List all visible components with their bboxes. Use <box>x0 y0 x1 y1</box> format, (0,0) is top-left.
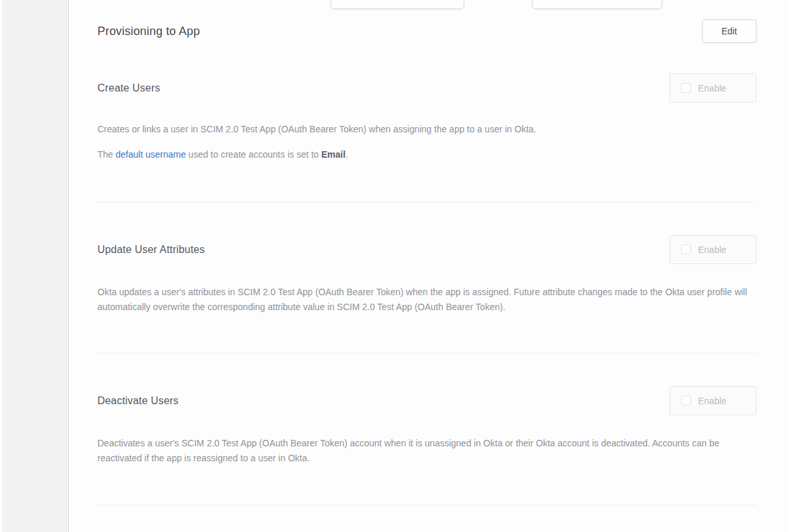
create-users-title: Create Users <box>97 82 160 94</box>
username-value: Email <box>321 149 345 160</box>
checkbox-icon[interactable] <box>681 83 691 93</box>
section-create-users: Create Users Enable <box>97 73 756 103</box>
deactivate-users-title: Deactivate Users <box>97 395 179 407</box>
enable-label: Enable <box>698 396 727 406</box>
truncated-input-left[interactable] <box>331 0 464 9</box>
section-update-user-attributes: Update User Attributes Enable <box>97 235 756 264</box>
deactivate-users-description: Deactivates a user's SCIM 2.0 Test App (… <box>97 436 748 466</box>
enable-label: Enable <box>698 83 727 93</box>
enable-label: Enable <box>698 245 727 255</box>
deactivate-users-enable-toggle[interactable]: Enable <box>669 386 756 415</box>
note-suffix: . <box>345 149 348 160</box>
page-title: Provisioning to App <box>97 25 200 38</box>
create-users-description: Creates or links a user in SCIM 2.0 Test… <box>97 122 748 137</box>
note-middle: used to create accounts is set to <box>186 149 321 160</box>
provisioning-header: Provisioning to App Edit <box>97 19 756 43</box>
checkbox-icon[interactable] <box>681 396 691 405</box>
update-user-attributes-enable-toggle[interactable]: Enable <box>669 235 756 264</box>
default-username-note: The default username used to create acco… <box>97 147 756 162</box>
section-divider <box>97 353 756 354</box>
provisioning-settings-panel: Provisioning to App Edit Create Users En… <box>69 0 787 532</box>
create-users-enable-toggle[interactable]: Enable <box>669 73 756 103</box>
truncated-input-right[interactable] <box>532 0 662 9</box>
left-rail <box>2 0 69 532</box>
checkbox-icon[interactable] <box>681 245 691 254</box>
section-deactivate-users: Deactivate Users Enable <box>97 386 756 415</box>
section-divider <box>97 505 756 505</box>
note-prefix: The <box>97 149 116 160</box>
edit-button[interactable]: Edit <box>702 19 756 43</box>
default-username-link[interactable]: default username <box>116 149 186 160</box>
section-divider <box>97 202 756 202</box>
update-user-attributes-description: Okta updates a user's attributes in SCIM… <box>97 285 748 315</box>
update-user-attributes-title: Update User Attributes <box>97 244 205 256</box>
